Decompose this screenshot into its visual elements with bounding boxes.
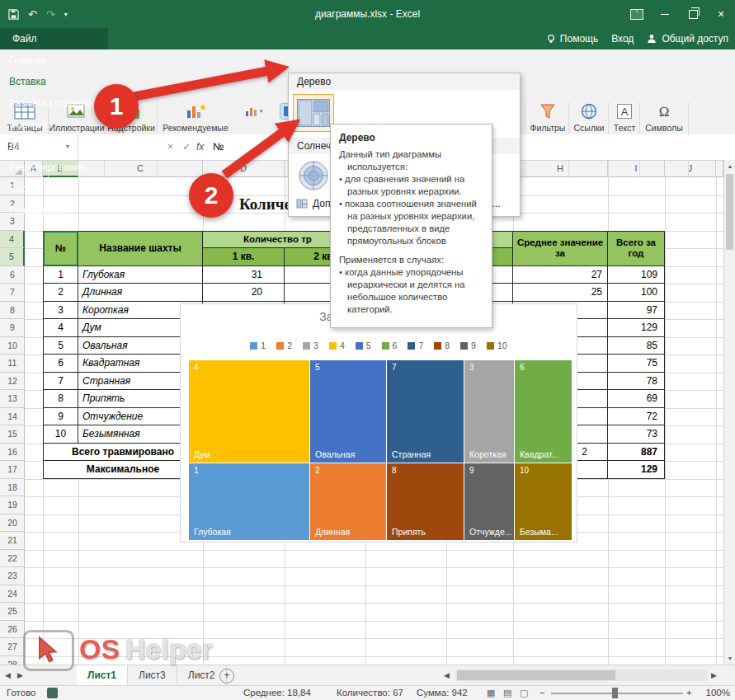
view-page-layout-icon[interactable]: ▤: [503, 686, 511, 700]
cell-grand-total[interactable]: 887: [608, 444, 665, 462]
macro-record-icon[interactable]: [47, 688, 58, 698]
treemap-block-Овальная[interactable]: 5Овальная: [310, 360, 386, 463]
cell-num-5[interactable]: 5: [43, 337, 78, 355]
treemap-block-Короткая[interactable]: 3Короткая: [464, 360, 514, 463]
zoom-out-icon[interactable]: −: [539, 686, 545, 700]
treemap-block-Дум[interactable]: 4Дум: [189, 360, 309, 463]
row-header-20[interactable]: 20: [0, 514, 25, 533]
row-header-7[interactable]: 7: [0, 284, 25, 302]
cell-total-3[interactable]: 97: [608, 302, 665, 320]
sheet-tab-Лист1[interactable]: Лист1: [77, 665, 128, 685]
ribbon-tab-view[interactable]: Вид: [0, 178, 108, 200]
treemap-block-Квадратная[interactable]: 6Квадрат...: [515, 360, 572, 463]
row-header-25[interactable]: 25: [0, 603, 25, 621]
ribbon-tab-data[interactable]: Данные: [0, 135, 108, 157]
ribbon-display-options-button[interactable]: ⌃: [623, 0, 651, 28]
row-header-9[interactable]: 9: [0, 319, 25, 337]
new-sheet-button[interactable]: +: [219, 669, 234, 684]
cell-avg-1[interactable]: 27: [513, 266, 608, 284]
ribbon-tab-insert[interactable]: Вставка: [0, 71, 108, 92]
header-cell-total[interactable]: Всего за год: [608, 231, 665, 266]
cell-total-5[interactable]: 85: [608, 337, 665, 355]
treemap-block-Глубокая[interactable]: 1Глубокая: [189, 463, 309, 540]
row-header-26[interactable]: 26: [0, 621, 25, 639]
treemap-block-Припять[interactable]: 8Припять: [387, 463, 464, 540]
row-header-5[interactable]: 5: [0, 248, 25, 266]
zoom-level[interactable]: 100%: [706, 686, 730, 700]
row-header-23[interactable]: 23: [0, 567, 25, 585]
scroll-up-icon[interactable]: ▲: [724, 160, 735, 172]
view-normal-icon[interactable]: ▦: [487, 686, 495, 700]
sheet-nav-left-icon[interactable]: ◀: [5, 671, 11, 679]
ribbon-tab-layout[interactable]: Разметка страницы: [0, 92, 108, 114]
minimize-button[interactable]: [651, 0, 679, 28]
header-cell-avg[interactable]: Среднее значение за: [513, 231, 608, 266]
scroll-down-icon[interactable]: ▼: [724, 652, 735, 665]
cell-total-1[interactable]: 109: [608, 266, 665, 284]
cell-name-2[interactable]: Длинная: [78, 284, 203, 302]
cell-total-7[interactable]: 78: [608, 373, 665, 391]
row-header-10[interactable]: 10: [0, 337, 25, 355]
cell-total-6[interactable]: 75: [608, 355, 665, 373]
horizontal-scroll-thumb[interactable]: [457, 670, 615, 680]
insert-column-chart-button[interactable]: ▾: [243, 104, 266, 119]
row-header-22[interactable]: 22: [0, 550, 25, 568]
column-header-H[interactable]: H: [513, 160, 608, 177]
sunburst-gallery-tile[interactable]: [294, 157, 333, 194]
formula-content[interactable]: №: [213, 134, 224, 159]
row-header-19[interactable]: 19: [0, 496, 25, 514]
horizontal-scrollbar[interactable]: [455, 669, 708, 681]
row-header-6[interactable]: 6: [0, 266, 25, 284]
row-header-13[interactable]: 13: [0, 390, 25, 408]
row-header-17[interactable]: 17: [0, 461, 25, 479]
vertical-scrollbar[interactable]: ▲ ▼: [723, 160, 735, 665]
hscroll-left-icon[interactable]: ◀: [444, 665, 450, 685]
cell-num-9[interactable]: 9: [43, 408, 78, 426]
treemap-chart[interactable]: Заголовок диаграммы 12345678910 4Дум5Ова…: [180, 303, 577, 543]
cell-num-8[interactable]: 8: [43, 390, 78, 408]
row-header-4[interactable]: 4: [0, 231, 25, 249]
sheet-tab-Лист3[interactable]: Лист3: [128, 665, 177, 685]
header-cell-q1[interactable]: 1 кв.: [203, 248, 285, 266]
cell-total-2[interactable]: 100: [608, 284, 665, 302]
sheet-nav-right-icon[interactable]: ▶: [17, 671, 23, 679]
row-header-21[interactable]: 21: [0, 532, 25, 550]
help-button[interactable]: Помощь: [546, 33, 598, 45]
share-button[interactable]: Общий доступ: [647, 33, 728, 45]
row-header-14[interactable]: 14: [0, 408, 25, 426]
ribbon-tab-file[interactable]: Файл: [0, 28, 108, 49]
cell-max-row-label[interactable]: Максимальное: [43, 461, 203, 479]
treemap-block-Длинная[interactable]: 2Длинная: [310, 463, 386, 540]
column-header-I[interactable]: I: [608, 160, 665, 177]
column-header-J[interactable]: J: [665, 160, 716, 177]
treemap-block-Отчуждение[interactable]: 9Отчужде...: [464, 463, 514, 540]
ribbon-tab-home[interactable]: Главная: [0, 49, 108, 71]
row-header-8[interactable]: 8: [0, 302, 25, 320]
cell-total-10[interactable]: 73: [608, 425, 665, 444]
treemap-block-Странная[interactable]: 7Странная: [387, 360, 464, 463]
cell-num-2[interactable]: 2: [43, 284, 78, 302]
cell-num-6[interactable]: 6: [43, 355, 78, 373]
row-header-12[interactable]: 12: [0, 373, 25, 391]
cell-total-row-label[interactable]: Всего травмировано: [43, 444, 203, 462]
row-header-15[interactable]: 15: [0, 425, 25, 444]
cell-q1-1[interactable]: 31: [203, 266, 285, 284]
row-header-24[interactable]: 24: [0, 585, 25, 604]
cell-max-value[interactable]: 129: [608, 461, 665, 479]
cell-num-4[interactable]: 4: [43, 319, 78, 337]
cell-total-8[interactable]: 69: [608, 390, 665, 408]
insert-function-icon[interactable]: fx: [196, 134, 204, 159]
enter-icon[interactable]: ✓: [182, 134, 191, 159]
ribbon-tab-developer[interactable]: Разработчик: [0, 200, 108, 221]
row-header-16[interactable]: 16: [0, 444, 25, 462]
view-page-break-icon[interactable]: ▢: [520, 686, 528, 700]
restore-button[interactable]: [679, 0, 707, 28]
treemap-block-Безымянная[interactable]: 10Безыма...: [515, 463, 572, 540]
cell-name-1[interactable]: Глубокая: [78, 266, 203, 284]
cell-q1-2[interactable]: 20: [203, 284, 285, 302]
cell-avg-2[interactable]: 25: [513, 284, 608, 302]
cell-num-3[interactable]: 3: [43, 302, 78, 320]
treemap-gallery-tile[interactable]: [294, 95, 333, 131]
cell-num-10[interactable]: 10: [43, 425, 78, 444]
row-header-27[interactable]: 27: [0, 638, 25, 656]
